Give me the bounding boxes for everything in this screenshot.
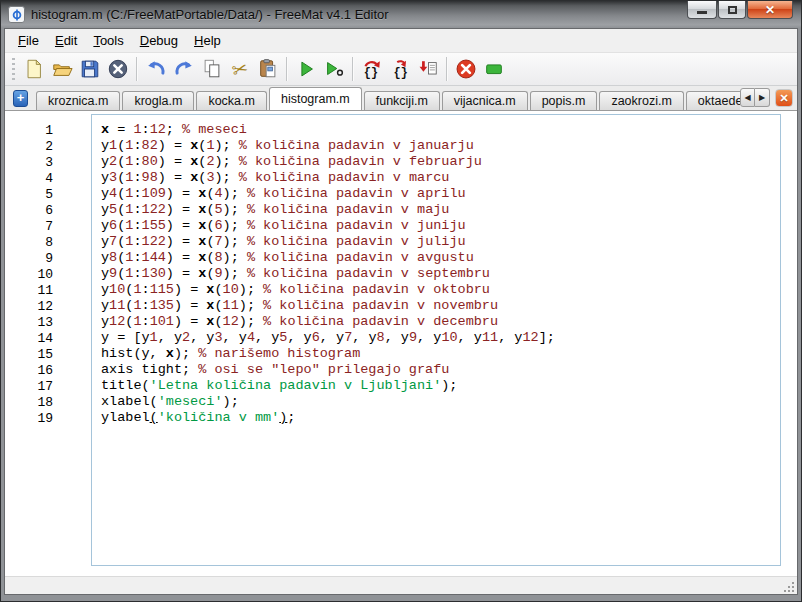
resize-grip[interactable] xyxy=(784,581,795,592)
line-number[interactable]: 7 xyxy=(5,219,53,235)
open-file-button[interactable] xyxy=(48,55,76,83)
toolbar-handle[interactable] xyxy=(11,58,16,80)
new-file-button[interactable] xyxy=(20,55,48,83)
code-line[interactable]: y = [y1, y2, y3, y4, y5, y6, y7, y8, y9,… xyxy=(101,330,776,346)
paste-button[interactable] xyxy=(254,55,282,83)
run-with-args-icon xyxy=(323,58,345,80)
freemat-logo-icon xyxy=(11,9,23,21)
code-line[interactable]: y6(1:155) = x(6); % količina padavin v j… xyxy=(101,218,776,234)
tab-krogla-m[interactable]: krogla.m xyxy=(122,91,194,110)
menu-debug[interactable]: Debug xyxy=(132,30,186,51)
toolbar-separator xyxy=(446,57,448,81)
code-line[interactable]: y4(1:109) = x(4); % količina padavin v a… xyxy=(101,186,776,202)
line-number[interactable]: 15 xyxy=(5,347,53,363)
save-icon xyxy=(79,58,101,80)
code-text-area[interactable]: x = 1:12; % meseciy1(1:82) = x(1); % kol… xyxy=(91,114,781,566)
stop-icon xyxy=(455,58,477,80)
code-line[interactable]: y1(1:82) = x(1); % količina padavin v ja… xyxy=(101,138,776,154)
code-line[interactable]: axis tight; % osi se "lepo" prilegajo gr… xyxy=(101,362,776,378)
breakpoint-button[interactable] xyxy=(480,55,508,83)
minimize-button[interactable] xyxy=(687,0,717,19)
code-line[interactable]: y10(1:115) = x(10); % količina padavin v… xyxy=(101,282,776,298)
run-play-icon xyxy=(295,58,317,80)
line-number[interactable]: 2 xyxy=(5,139,53,155)
undo-button[interactable] xyxy=(142,55,170,83)
minimize-icon xyxy=(697,11,707,14)
redo-button[interactable] xyxy=(170,55,198,83)
app-icon xyxy=(8,6,25,23)
code-line[interactable]: y8(1:144) = x(8); % količina padavin v a… xyxy=(101,250,776,266)
menu-file[interactable]: File xyxy=(10,30,47,51)
code-line[interactable]: y5(1:122) = x(5); % količina padavin v m… xyxy=(101,202,776,218)
maximize-icon xyxy=(728,6,737,14)
cut-button[interactable]: ✂ xyxy=(226,55,254,83)
code-line[interactable]: xlabel('meseci'); xyxy=(101,394,776,410)
tab-funkciji-m[interactable]: funkciji.m xyxy=(364,91,440,110)
line-number[interactable]: 1 xyxy=(5,123,53,139)
code-line[interactable]: ylabel('količina v mm'); xyxy=(101,410,776,426)
close-file-button[interactable] xyxy=(104,55,132,83)
code-line[interactable]: y9(1:130) = x(9); % količina padavin v s… xyxy=(101,266,776,282)
line-number[interactable]: 19 xyxy=(5,411,53,427)
code-line[interactable]: y2(1:80) = x(2); % količina padavin v fe… xyxy=(101,154,776,170)
line-number[interactable]: 10 xyxy=(5,267,53,283)
step-over-button[interactable]: {} xyxy=(358,55,386,83)
line-number[interactable]: 6 xyxy=(5,203,53,219)
toolbar-separator xyxy=(352,57,354,81)
code-line[interactable]: x = 1:12; % meseci xyxy=(101,122,776,138)
tab-kroznica-m[interactable]: kroznica.m xyxy=(36,91,120,110)
add-tab-button[interactable]: + xyxy=(13,90,28,107)
scroll-left-icon: ◀ xyxy=(744,93,750,102)
line-number[interactable]: 11 xyxy=(5,283,53,299)
breakpoint-icon xyxy=(483,58,505,80)
tab-oktaeder-m[interactable]: oktaeder.m xyxy=(686,91,740,110)
cut-scissors-icon: ✂ xyxy=(229,56,250,82)
menu-tools[interactable]: Tools xyxy=(85,30,131,51)
run-with-args-button[interactable] xyxy=(320,55,348,83)
line-number[interactable]: 3 xyxy=(5,155,53,171)
step-out-button[interactable] xyxy=(414,55,442,83)
run-button[interactable] xyxy=(292,55,320,83)
code-line[interactable]: y11(1:135) = x(11); % količina padavin v… xyxy=(101,298,776,314)
save-file-button[interactable] xyxy=(76,55,104,83)
svg-text:{}: {} xyxy=(394,66,408,80)
code-line[interactable]: title('Letna količina padavin v Ljubljan… xyxy=(101,378,776,394)
step-out-icon xyxy=(417,58,439,80)
svg-text:{}: {} xyxy=(364,66,378,80)
line-number[interactable]: 17 xyxy=(5,379,53,395)
line-number[interactable]: 5 xyxy=(5,187,53,203)
menu-help[interactable]: Help xyxy=(186,30,229,51)
line-number[interactable]: 14 xyxy=(5,331,53,347)
line-number[interactable]: 4 xyxy=(5,171,53,187)
step-into-button[interactable]: {} xyxy=(386,55,414,83)
line-number[interactable]: 12 xyxy=(5,299,53,315)
window-title: histogram.m (C:/FreeMatPortable/Data/) -… xyxy=(31,7,389,22)
tab-popis-m[interactable]: popis.m xyxy=(530,91,598,110)
line-number[interactable]: 8 xyxy=(5,235,53,251)
step-into-icon: {} xyxy=(389,58,411,80)
stop-debug-button[interactable] xyxy=(452,55,480,83)
close-window-button[interactable]: ✕ xyxy=(747,0,793,19)
maximize-button[interactable] xyxy=(718,0,746,19)
tab-bar: + kroznica.mkrogla.mkocka.mhistogram.mfu… xyxy=(5,86,797,111)
tab-histogram-m[interactable]: histogram.m xyxy=(269,87,362,110)
tab-scroll-left-button[interactable]: ◀ xyxy=(740,88,755,107)
tab-scroll-right-button[interactable]: ▶ xyxy=(755,88,770,107)
tab-kocka-m[interactable]: kocka.m xyxy=(196,91,267,110)
code-line[interactable]: y12(1:101) = x(12); % količina padavin v… xyxy=(101,314,776,330)
toolbar: ✂ xyxy=(5,53,797,86)
freemat-editor-window: histogram.m (C:/FreeMatPortable/Data/) -… xyxy=(0,0,802,602)
code-line[interactable]: hist(y, x); % narišemo histogram xyxy=(101,346,776,362)
line-number[interactable]: 16 xyxy=(5,363,53,379)
tab-zaokrozi-m[interactable]: zaokrozi.m xyxy=(599,91,683,110)
copy-button[interactable] xyxy=(198,55,226,83)
close-icon: ✕ xyxy=(765,3,775,17)
line-number[interactable]: 13 xyxy=(5,315,53,331)
tab-vijacnica-m[interactable]: vijacnica.m xyxy=(442,91,528,110)
menu-edit[interactable]: Edit xyxy=(47,30,85,51)
close-tab-button[interactable]: ✕ xyxy=(775,89,793,107)
code-line[interactable]: y3(1:98) = x(3); % količina padavin v ma… xyxy=(101,170,776,186)
line-number[interactable]: 9 xyxy=(5,251,53,267)
line-number[interactable]: 18 xyxy=(5,395,53,411)
code-line[interactable]: y7(1:122) = x(7); % količina padavin v j… xyxy=(101,234,776,250)
